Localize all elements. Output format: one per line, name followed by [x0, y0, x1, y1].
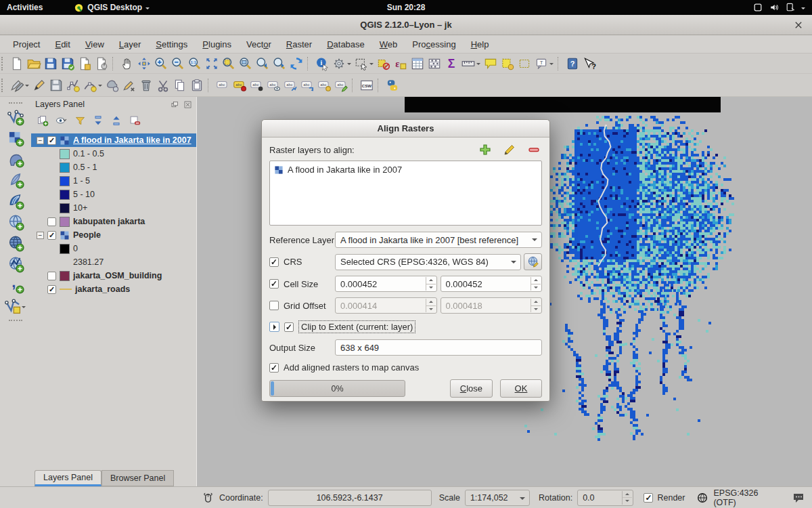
pin-labels-icon[interactable]: abc: [248, 77, 265, 93]
layer-visibility-checkbox[interactable]: [47, 217, 56, 226]
menu-vector[interactable]: Vector: [239, 37, 279, 52]
measure-icon[interactable]: [459, 55, 476, 72]
help-contents-icon[interactable]: ?: [564, 55, 581, 72]
spin-arrows[interactable]: [622, 491, 632, 505]
save-layer-edits-icon[interactable]: [47, 77, 64, 93]
tab-browser-panel[interactable]: Browser Panel: [102, 470, 174, 486]
zoom-out-icon[interactable]: [169, 55, 186, 72]
remove-layer-icon[interactable]: [129, 114, 141, 127]
menu-plugins[interactable]: Plugins: [195, 37, 239, 52]
chevron-down-icon[interactable]: [25, 85, 29, 89]
open-project-icon[interactable]: [25, 55, 42, 72]
panel-close-icon[interactable]: [183, 100, 192, 109]
close-button[interactable]: Close: [450, 379, 493, 398]
app-menu-button[interactable]: QGIS Desktop: [74, 3, 151, 13]
tab-layers-panel[interactable]: Layers Panel: [35, 470, 102, 486]
chevron-down-icon[interactable]: [347, 63, 351, 67]
mouse-position-icon[interactable]: [202, 491, 215, 504]
menu-settings[interactable]: Settings: [148, 37, 195, 52]
chevron-down-icon[interactable]: [22, 306, 26, 310]
output-size-input[interactable]: 638 x 649: [335, 339, 542, 356]
zoom-in-icon[interactable]: [152, 55, 169, 72]
label-options-icon[interactable]: abc: [231, 77, 248, 93]
toolbar-grip[interactable]: [9, 102, 22, 104]
chevron-down-icon[interactable]: [801, 7, 805, 12]
add-wcs-layer-icon[interactable]: [7, 234, 24, 252]
node-tool-icon[interactable]: [120, 77, 137, 93]
remove-raster-icon[interactable]: [527, 143, 541, 156]
chevron-down-icon[interactable]: [98, 85, 102, 89]
identify-features-icon[interactable]: i: [313, 55, 330, 72]
select-features-icon[interactable]: [353, 55, 369, 72]
show-bookmarks-icon[interactable]: [516, 55, 533, 72]
legend-item[interactable]: 10+: [31, 201, 196, 215]
menu-project[interactable]: Project: [5, 37, 47, 52]
scale-select[interactable]: 1:174,052: [465, 490, 530, 506]
pan-to-selection-icon[interactable]: [135, 55, 152, 72]
highlight-labels-icon[interactable]: abc: [265, 77, 281, 93]
move-feature-icon[interactable]: [104, 77, 120, 93]
layer-labeling-icon[interactable]: abc: [214, 77, 231, 93]
add-raster-layer-icon[interactable]: [7, 129, 24, 147]
layer-visibility-checkbox[interactable]: [47, 136, 56, 145]
curve-digitize-icon[interactable]: [81, 77, 98, 93]
layer-item-flood[interactable]: A flood in Jakarta like in 2007: [31, 133, 196, 147]
edit-raster-icon[interactable]: [503, 143, 516, 156]
layer-item-osm-building[interactable]: jakarta_OSM_building: [31, 269, 196, 282]
menu-processing[interactable]: Processing: [405, 37, 463, 52]
coordinate-input[interactable]: 106.5923,-6.1437: [268, 490, 432, 506]
window-mode-icon[interactable]: [752, 2, 763, 13]
delete-selected-icon[interactable]: [137, 77, 154, 93]
menu-help[interactable]: Help: [464, 37, 497, 52]
add-to-canvas-checkbox[interactable]: [269, 363, 279, 373]
refresh-map-icon[interactable]: [288, 55, 304, 72]
pan-map-icon[interactable]: [118, 55, 135, 72]
cut-features-icon[interactable]: [154, 77, 171, 93]
deselect-features-icon[interactable]: [375, 55, 392, 72]
panel-float-icon[interactable]: [171, 100, 179, 109]
expand-all-icon[interactable]: [92, 114, 104, 127]
zoom-next-icon[interactable]: [271, 55, 288, 72]
legend-item[interactable]: 2381.27: [31, 255, 196, 269]
clip-extent-label[interactable]: Clip to Extent (current: layer): [298, 320, 415, 333]
layer-visibility-checkbox[interactable]: [47, 272, 56, 280]
text-annotation-icon[interactable]: T: [533, 55, 549, 72]
window-close-button[interactable]: [792, 18, 805, 32]
add-feature-icon[interactable]: [64, 77, 81, 93]
legend-item[interactable]: 0: [31, 242, 196, 255]
python-console-icon[interactable]: [384, 77, 401, 93]
layer-visibility-checkbox[interactable]: [47, 231, 56, 240]
filter-legend-icon[interactable]: [74, 115, 86, 127]
cell-size-checkbox[interactable]: [269, 279, 279, 289]
clip-extent-checkbox[interactable]: [284, 322, 294, 332]
menu-edit[interactable]: Edit: [47, 37, 77, 52]
add-raster-icon[interactable]: [478, 143, 492, 156]
new-project-icon[interactable]: [8, 55, 25, 72]
change-label-icon[interactable]: abc: [332, 77, 349, 93]
log-messages-icon[interactable]: [792, 491, 805, 505]
menu-view[interactable]: View: [78, 37, 112, 52]
whats-this-icon[interactable]: ?: [581, 55, 597, 72]
chevron-down-icon[interactable]: [476, 63, 480, 67]
save-project-as-icon[interactable]: [59, 55, 76, 72]
spin-arrows[interactable]: [531, 277, 541, 291]
add-vector-layer-icon[interactable]: [7, 108, 24, 126]
legend-item[interactable]: 0.5 - 1: [31, 161, 196, 174]
chevron-down-icon[interactable]: [549, 63, 554, 67]
spin-arrows[interactable]: [426, 277, 436, 291]
toolbar-grip[interactable]: [9, 320, 22, 321]
statistics-icon[interactable]: Σ: [443, 55, 459, 72]
menu-raster[interactable]: Raster: [279, 37, 319, 52]
composer-manager-icon[interactable]: [93, 55, 110, 72]
menu-layer[interactable]: Layer: [112, 37, 149, 52]
zoom-to-selection-icon[interactable]: [220, 55, 237, 72]
field-calculator-icon[interactable]: [426, 55, 443, 72]
crs-select[interactable]: Selected CRS (EPSG:4326, WGS 84): [335, 254, 521, 270]
paste-features-icon[interactable]: [188, 77, 205, 93]
add-group-icon[interactable]: [37, 114, 49, 127]
zoom-last-icon[interactable]: [254, 55, 271, 72]
rotation-input[interactable]: 0.0: [577, 490, 633, 506]
cell-size-y-input[interactable]: 0.000452: [441, 276, 543, 292]
collapse-all-icon[interactable]: [110, 114, 122, 127]
add-postgis-layer-icon[interactable]: [7, 150, 24, 168]
